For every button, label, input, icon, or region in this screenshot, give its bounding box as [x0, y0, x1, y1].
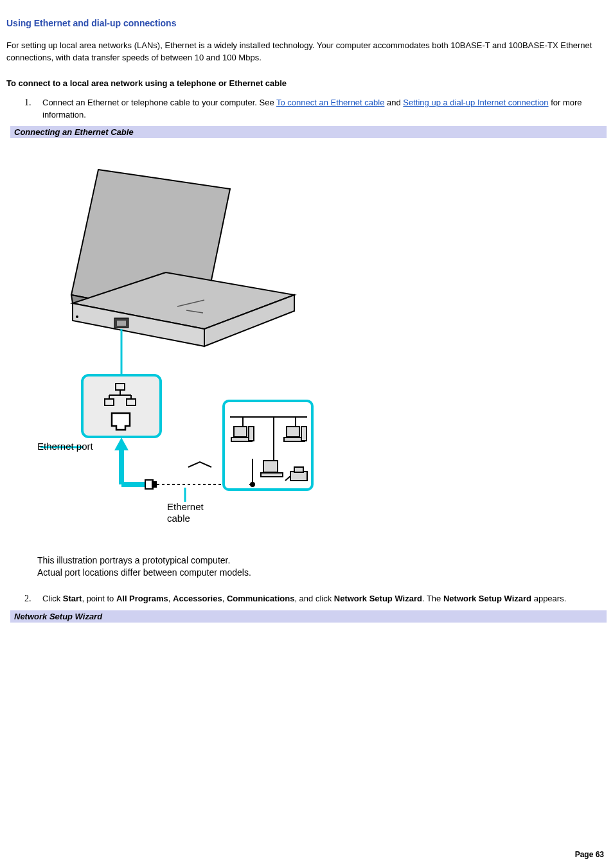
step-text: appears.	[531, 594, 566, 603]
label-ethernet-cable-l2: cable	[167, 513, 204, 524]
step-text: , point to	[82, 594, 116, 603]
label-ethernet-port: Ethernet port	[37, 441, 93, 452]
step-text: , and click	[294, 594, 333, 603]
svg-rect-29	[249, 427, 254, 441]
ui-all-programs: All Programs	[116, 594, 168, 603]
illustration-note-l1: This illustration portrays a prototypica…	[37, 554, 607, 567]
step-number: 2.	[6, 593, 42, 605]
svg-rect-27	[234, 427, 247, 437]
figure-caption-ethernet: Connecting an Ethernet Cable	[6, 126, 607, 138]
step-number: 1.	[6, 97, 42, 121]
svg-rect-2	[117, 321, 126, 326]
ui-network-setup-wizard: Network Setup Wizard	[334, 594, 422, 603]
figure-caption-wizard: Network Setup Wizard	[6, 610, 607, 623]
procedure-heading: To connect to a local area network using…	[6, 78, 607, 88]
svg-rect-37	[294, 467, 303, 472]
svg-rect-18	[152, 482, 156, 487]
step-text: and	[384, 98, 403, 107]
step-text: Click	[42, 594, 63, 603]
illustration-note-l2: Actual port locations differ between com…	[37, 567, 607, 579]
step-text: Connect an Ethernet or telephone cable t…	[42, 98, 276, 107]
step-text: . The	[422, 594, 443, 603]
intro-paragraph: For setting up local area networks (LANs…	[6, 40, 607, 64]
figure-ethernet: Ethernet port Ethernet cable	[6, 138, 607, 548]
link-dialup-setup[interactable]: Setting up a dial-up Internet connection	[403, 98, 548, 107]
step-text: ,	[222, 594, 227, 603]
page-title: Using Ethernet and dial-up connections	[6, 18, 607, 28]
svg-rect-33	[263, 461, 278, 472]
svg-rect-36	[290, 472, 307, 481]
svg-marker-15	[114, 438, 129, 450]
ui-start: Start	[63, 594, 82, 603]
svg-rect-32	[301, 427, 306, 441]
ui-communications: Communications	[227, 594, 294, 603]
svg-rect-34	[261, 473, 283, 477]
ui-network-setup-wizard-appears: Network Setup Wizard	[443, 594, 531, 603]
link-connect-ethernet[interactable]: To connect an Ethernet cable	[276, 98, 384, 107]
page-footer: Page 63	[575, 850, 604, 859]
svg-rect-30	[287, 427, 299, 437]
step-2: 2. Click Start, point to All Programs, A…	[6, 593, 607, 605]
label-ethernet-cable-l1: Ethernet	[167, 501, 204, 513]
step-text: ,	[168, 594, 173, 603]
svg-point-0	[76, 315, 78, 318]
ui-accessories: Accessories	[173, 594, 222, 603]
step-1: 1. Connect an Ethernet or telephone cabl…	[6, 97, 607, 121]
